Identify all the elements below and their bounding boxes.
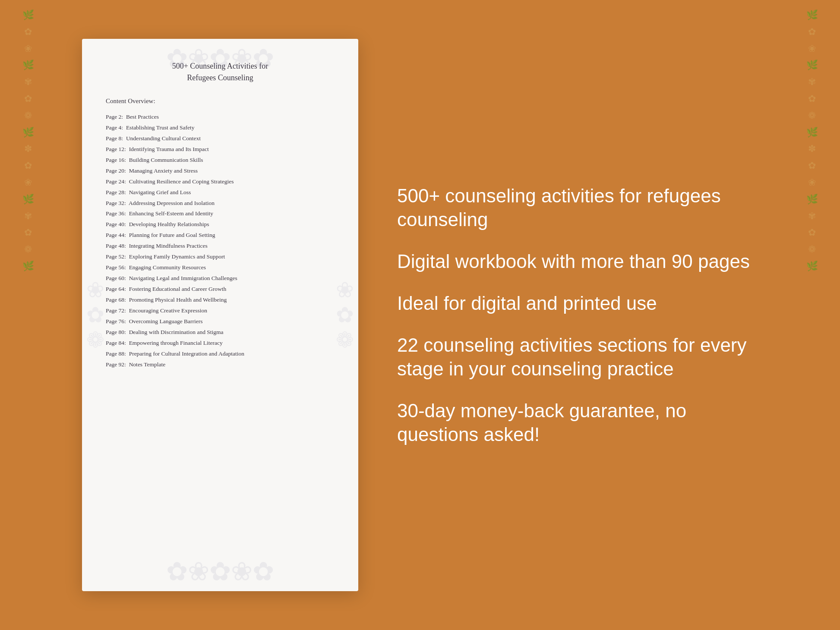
feature-text-3: Ideal for digital and printed use [397,291,771,315]
floral-decoration: ❁ [808,109,816,123]
watermark-right: ❀✿❁ [336,277,354,353]
floral-decoration: 🌿 [22,9,34,22]
floral-decoration: ✾ [808,210,816,223]
floral-decoration: 🌿 [806,9,818,22]
floral-decoration: ❀ [808,176,816,189]
toc-title-9: Addressing Depression and Isolation [129,200,215,206]
toc-item-21: Page 80: Dealing with Discrimination and… [106,327,335,338]
toc-title-11: Developing Healthy Relationships [129,221,209,227]
toc-page-3: Page 8: [106,135,123,142]
floral-decoration: ✿ [24,25,32,39]
toc-item-13: Page 48: Integrating Mindfulness Practic… [106,241,335,252]
floral-decoration: 🌿 [806,193,818,206]
floral-decoration: ✽ [808,142,816,156]
right-content-panel: 500+ counseling activities for refugees … [358,184,805,446]
floral-decoration: ✾ [24,210,32,223]
floral-decoration: ✿ [24,92,32,106]
floral-decoration: ✿ [24,226,32,239]
toc-page-4: Page 12: [106,146,126,152]
toc-item-9: Page 32: Addressing Depression and Isola… [106,198,335,209]
toc-page-7: Page 24: [106,178,126,185]
toc-item-6: Page 20: Managing Anxiety and Stress [106,166,335,176]
toc-page-5: Page 16: [106,157,126,163]
toc-title-21: Dealing with Discrimination and Stigma [129,329,224,335]
toc-item-19: Page 72: Encouraging Creative Expression [106,306,335,316]
toc-page-20: Page 76: [106,318,126,324]
toc-item-2: Page 4: Establishing Trust and Safety [106,123,335,133]
table-of-contents: Page 2: Best Practices Page 4: Establish… [106,112,335,370]
toc-page-10: Page 36: [106,210,126,217]
toc-page-12: Page 44: [106,232,126,238]
feature-text-5: 30-day money-back guarantee, no question… [397,399,771,446]
floral-decoration: ✿ [808,159,816,173]
toc-page-24: Page 92: [106,361,126,368]
floral-decoration: 🌿 [22,260,34,273]
toc-title-10: Enhancing Self-Esteem and Identity [129,210,213,217]
toc-page-23: Page 88: [106,350,126,357]
feature-text-2: Digital workbook with more than 90 pages [397,249,771,273]
floral-decoration: 🌿 [806,126,818,139]
toc-title-1: Best Practices [126,113,159,120]
toc-item-18: Page 68: Promoting Physical Health and W… [106,295,335,306]
toc-item-8: Page 28: Navigating Grief and Loss [106,187,335,198]
floral-decoration: ✾ [808,76,816,89]
document-title: 500+ Counseling Activities for Refugees … [106,60,335,84]
floral-decoration: 🌿 [22,126,34,139]
toc-page-9: Page 32: [106,200,126,206]
floral-decoration: 🌿 [806,59,818,72]
toc-item-11: Page 40: Developing Healthy Relationship… [106,219,335,230]
toc-item-15: Page 56: Engaging Community Resources [106,262,335,273]
toc-item-7: Page 24: Cultivating Resilience and Copi… [106,176,335,187]
toc-page-17: Page 64: [106,286,126,292]
toc-page-14: Page 52: [106,253,126,260]
toc-title-16: Navigating Legal and Immigration Challen… [129,275,237,281]
floral-border-left: 🌿 ✿ ❀ 🌿 ✾ ✿ ❁ 🌿 ✽ ✿ ❀ 🌿 ✾ ✿ ❁ 🌿 [0,0,56,630]
toc-item-23: Page 88: Preparing for Cultural Integrat… [106,349,335,359]
toc-title-2: Establishing Trust and Safety [126,124,195,131]
watermark-bottom: ✿❀✿❀✿ [166,556,274,587]
toc-page-1: Page 2: [106,113,123,120]
floral-decoration: ❁ [24,243,32,256]
feature-text-1: 500+ counseling activities for refugees … [397,184,771,231]
toc-item-3: Page 8: Understanding Cultural Context [106,133,335,144]
toc-title-4: Identifying Trauma and Its Impact [129,146,209,152]
toc-item-1: Page 2: Best Practices [106,112,335,123]
toc-page-16: Page 60: [106,275,126,281]
feature-text-4: 22 counseling activities sections for ev… [397,333,771,381]
watermark-left: ❀✿❁ [86,277,104,353]
floral-decoration: ✿ [808,92,816,106]
toc-item-22: Page 84: Empowering through Financial Li… [106,338,335,349]
toc-title-15: Engaging Community Resources [129,264,206,271]
floral-decoration: ❁ [24,109,32,123]
floral-decoration: ❀ [808,42,816,56]
toc-item-24: Page 92: Notes Template [106,359,335,370]
floral-decoration: ❀ [24,176,32,189]
section-header: Content Overview: [106,98,335,105]
document-panel: ✿❀✿❀✿ ✿❀✿❀✿ ❀✿❁ ❀✿❁ 500+ Counseling Acti… [82,39,358,591]
toc-page-21: Page 80: [106,329,126,335]
floral-decoration: ❁ [808,243,816,256]
toc-page-8: Page 28: [106,189,126,195]
toc-title-5: Building Communication Skills [129,157,203,163]
toc-item-14: Page 52: Exploring Family Dynamics and S… [106,252,335,262]
toc-page-15: Page 56: [106,264,126,271]
toc-title-6: Managing Anxiety and Stress [129,167,198,174]
floral-decoration: ✿ [808,25,816,39]
toc-title-23: Preparing for Cultural Integration and A… [129,350,244,357]
toc-page-18: Page 68: [106,296,126,303]
floral-decoration: ❀ [24,42,32,56]
floral-decoration: ✽ [24,142,32,156]
toc-title-19: Encouraging Creative Expression [129,307,207,314]
toc-page-2: Page 4: [106,124,123,131]
toc-title-13: Integrating Mindfulness Practices [129,243,208,249]
toc-page-22: Page 84: [106,340,126,346]
toc-title-3: Understanding Cultural Context [126,135,201,142]
toc-item-16: Page 60: Navigating Legal and Immigratio… [106,273,335,284]
floral-decoration: 🌿 [806,260,818,273]
toc-title-14: Exploring Family Dynamics and Support [129,253,225,260]
toc-title-7: Cultivating Resilience and Coping Strate… [129,178,234,185]
toc-title-24: Notes Template [129,361,166,368]
toc-page-6: Page 20: [106,167,126,174]
toc-title-18: Promoting Physical Health and Wellbeing [129,296,227,303]
floral-stem-left: 🌿 ✿ ❀ 🌿 ✾ ✿ ❁ 🌿 ✽ ✿ ❀ 🌿 ✾ ✿ ❁ 🌿 [4,9,52,621]
